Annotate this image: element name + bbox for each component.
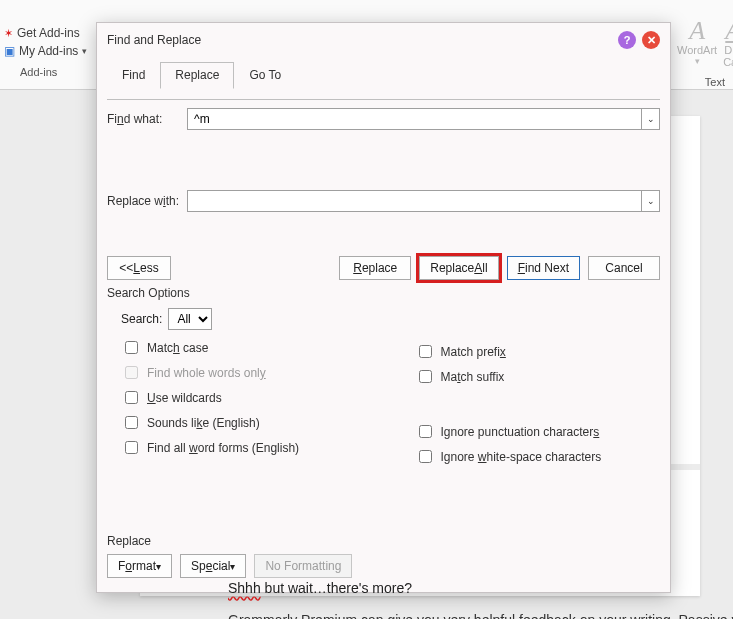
- tab-replace[interactable]: Replace: [160, 62, 234, 89]
- word-forms-checkbox[interactable]: Find all word forms (English): [121, 438, 367, 457]
- whole-words-checkbox: Find whole words only: [121, 363, 367, 382]
- dialog-title: Find and Replace: [107, 33, 612, 47]
- dialog-titlebar[interactable]: Find and Replace ? ✕: [97, 23, 670, 55]
- replace-all-button[interactable]: Replace All: [419, 256, 498, 280]
- search-options-label: Search Options: [107, 286, 660, 300]
- search-direction-select[interactable]: All: [168, 308, 212, 330]
- chevron-down-icon: ▾: [695, 56, 700, 66]
- text-group-label: Text: [705, 76, 725, 88]
- replace-with-combo: ⌄: [187, 190, 660, 212]
- ignore-whitespace-checkbox[interactable]: Ignore white-space characters: [415, 447, 661, 466]
- tab-goto[interactable]: Go To: [234, 62, 296, 89]
- document-line-2[interactable]: Grammarly Premium can give you very help…: [228, 612, 733, 619]
- document-line-1[interactable]: Shhh but wait…there's more?: [228, 580, 412, 596]
- find-next-button[interactable]: Find Next: [507, 256, 580, 280]
- ribbon-addins-group: ✶ Get Add-ins ▣ My Add-ins ▾: [0, 24, 95, 60]
- my-addins-label: My Add-ins: [19, 44, 78, 58]
- ignore-punct-checkbox[interactable]: Ignore punctuation characters: [415, 422, 661, 441]
- ribbon-text-group: A WordArt ▾ A Dro Cap: [677, 18, 733, 68]
- get-addins-label: Get Add-ins: [17, 26, 80, 40]
- match-suffix-checkbox[interactable]: Match suffix: [415, 367, 661, 386]
- close-icon[interactable]: ✕: [642, 31, 660, 49]
- wordart-button[interactable]: A WordArt ▾: [677, 18, 717, 68]
- no-formatting-button: No Formatting: [254, 554, 352, 578]
- sounds-like-checkbox[interactable]: Sounds like (English): [121, 413, 367, 432]
- format-button[interactable]: Format: [107, 554, 172, 578]
- dropcap-label: Dro: [724, 44, 733, 56]
- find-what-label: Find what:: [107, 112, 187, 126]
- replace-section-label: Replace: [107, 534, 660, 548]
- replace-with-label: Replace with:: [107, 194, 187, 208]
- tab-find[interactable]: Find: [107, 62, 160, 89]
- less-button[interactable]: << Less: [107, 256, 171, 280]
- special-button[interactable]: Special: [180, 554, 246, 578]
- dropcap-button[interactable]: A Dro Cap: [723, 18, 733, 68]
- dialog-tabs: Find Replace Go To: [107, 61, 660, 88]
- my-addins-button[interactable]: ▣ My Add-ins ▾: [0, 42, 95, 60]
- wordart-label: WordArt: [677, 44, 717, 56]
- replace-with-dropdown[interactable]: ⌄: [641, 191, 659, 211]
- get-addins-button[interactable]: ✶ Get Add-ins: [0, 24, 95, 42]
- match-prefix-checkbox[interactable]: Match prefix: [415, 342, 661, 361]
- wordart-icon: A: [689, 18, 705, 44]
- use-wildcards-checkbox[interactable]: Use wildcards: [121, 388, 367, 407]
- find-what-combo: ⌄: [187, 108, 660, 130]
- spellcheck-squiggle: Shhh: [228, 580, 261, 596]
- find-replace-dialog: Find and Replace ? ✕ Find Replace Go To …: [96, 22, 671, 593]
- addins-icon: ▣: [4, 44, 15, 58]
- find-what-input[interactable]: [188, 109, 641, 129]
- dropcap-label2: Cap: [723, 56, 733, 68]
- replace-with-input[interactable]: [188, 191, 641, 211]
- cancel-button[interactable]: Cancel: [588, 256, 660, 280]
- dropcap-icon: A: [725, 18, 733, 44]
- addins-group-label: Add-ins: [20, 66, 57, 78]
- match-case-checkbox[interactable]: Match case: [121, 338, 367, 357]
- help-icon[interactable]: ?: [618, 31, 636, 49]
- find-what-dropdown[interactable]: ⌄: [641, 109, 659, 129]
- replace-button[interactable]: Replace: [339, 256, 411, 280]
- chevron-down-icon: ▾: [82, 46, 87, 56]
- store-icon: ✶: [4, 27, 13, 40]
- search-direction-label: Search:: [121, 312, 162, 326]
